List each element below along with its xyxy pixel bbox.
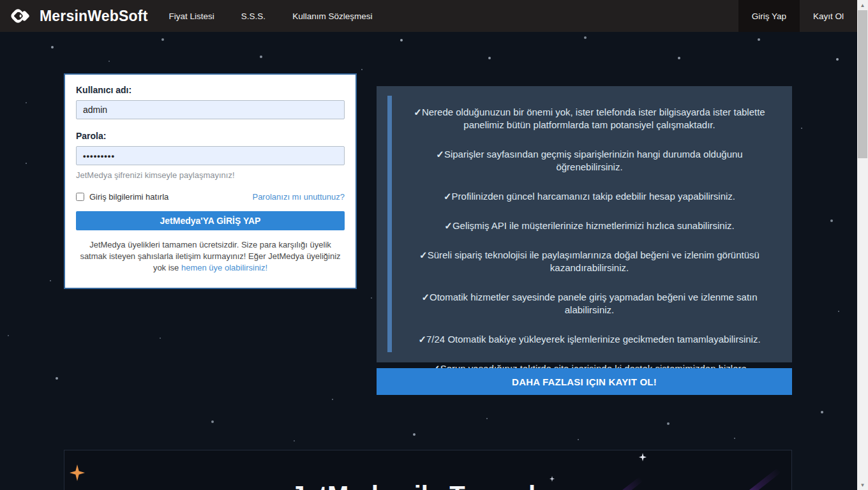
sparkle-orange-icon (70, 464, 85, 481)
feature-item: ✓7/24 Otomatik bakiye yükleyerek işlemle… (402, 333, 777, 346)
remember-row: Giriş bilgilerimi hatırla Parolanızı mı … (76, 192, 345, 202)
hero-heading: JetMedya ile Tanışalım (64, 481, 791, 490)
remember-checkbox[interactable] (76, 193, 84, 201)
register-cta-button[interactable]: DAHA FAZLASI IÇIN KAYIT OL! (377, 368, 792, 395)
username-label: Kullanıcı adı: (76, 85, 345, 95)
nav-menu: Fiyat Listesi S.S.S. Kullanım Sözleşmesi (156, 0, 386, 32)
brand-logo-icon (9, 4, 34, 27)
features-panel: ✓Nerede olduğunuzun bir önemi yok, ister… (377, 86, 792, 362)
password-input[interactable] (76, 146, 345, 165)
nav-item-kayit-ol[interactable]: Kayıt Ol (800, 0, 857, 32)
check-icon: ✓ (418, 334, 426, 345)
scrollbar-down-arrow[interactable]: ▼ (857, 480, 868, 490)
forgot-password-link[interactable]: Parolanızı mı unuttunuz? (252, 192, 345, 202)
signup-link[interactable]: hemen üye olabilirsiniz! (181, 263, 267, 272)
nav-item-kullanim-sozlesmesi[interactable]: Kullanım Sözleşmesi (279, 0, 385, 32)
password-label: Parola: (76, 131, 345, 141)
nav-item-fiyat-listesi[interactable]: Fiyat Listesi (156, 0, 228, 32)
scrollbar[interactable]: ▲ ▼ (857, 0, 868, 490)
features-content: ✓Nerede olduğunuzun bir önemi yok, ister… (377, 86, 792, 388)
login-card: Kullanıcı adı: Parola: JetMedya şifreniz… (64, 73, 357, 289)
check-icon: ✓ (414, 107, 422, 117)
signup-note: JetMedya üyelikleri tamamen ücretsizdir.… (76, 239, 345, 274)
hero-section: JetMedya ile Tanışalım (64, 450, 792, 490)
check-icon: ✓ (444, 220, 453, 231)
check-icon: ✓ (421, 292, 430, 302)
remember-label[interactable]: Giriş bilgilerimi hatırla (89, 192, 168, 202)
feature-item: ✓Profilinizden güncel harcamanızı takip … (402, 190, 777, 203)
feature-item: ✓Otomatik hizmetler sayesinde panele gir… (402, 291, 777, 316)
scrollbar-up-arrow[interactable]: ▲ (857, 0, 868, 10)
feature-item: ✓Gelişmiş API ile müşterilerinize hizmet… (402, 219, 777, 232)
check-icon: ✓ (419, 249, 428, 260)
nav-item-giris-yap[interactable]: Giriş Yap (738, 0, 800, 32)
scrollbar-thumb[interactable] (858, 10, 867, 158)
brand[interactable]: MersinWebSoft (0, 4, 148, 27)
feature-item: ✓Siparişler sayfasından geçmiş siparişle… (402, 148, 777, 174)
brand-title: MersinWebSoft (40, 8, 148, 25)
navbar: MersinWebSoft Fiyat Listesi S.S.S. Kulla… (0, 0, 857, 32)
feature-item: ✓Süreli sipariş teknolojisi ile paylaşım… (402, 249, 777, 274)
login-button[interactable]: JetMedya'YA GİRİŞ YAP (76, 211, 345, 230)
check-icon: ✓ (436, 149, 444, 160)
check-icon: ✓ (444, 191, 452, 202)
username-input[interactable] (76, 100, 345, 119)
feature-item: ✓Nerede olduğunuzun bir önemi yok, ister… (402, 106, 777, 131)
nav-item-sss[interactable]: S.S.S. (228, 0, 279, 32)
password-hint: JetMedya şifrenizi kimseyle paylaşmayını… (76, 170, 345, 180)
feature-accent-bar (387, 96, 392, 352)
sparkle-white-icon (639, 453, 647, 461)
